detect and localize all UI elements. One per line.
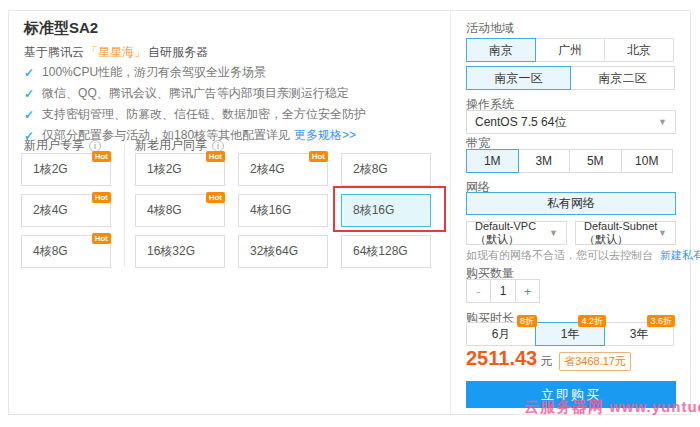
hot-badge: Hot (92, 192, 111, 203)
spec-cell-4核16G[interactable]: 4核16G (238, 194, 328, 227)
region-label: 活动地域 (466, 20, 514, 37)
info-icon[interactable]: i (212, 140, 224, 152)
new-user-grid: 1核2GHot2核4GHot4核8GHot (21, 153, 111, 268)
spec-cell-label: 2核4G (33, 202, 68, 219)
spec-cell-label: 4核8G (147, 202, 182, 219)
spec-cell-label: 64核128G (353, 243, 408, 260)
duration-label: 1年 (561, 326, 580, 343)
vpc-select[interactable]: Default-VPC（默认） ▼ (466, 221, 567, 245)
network-hint: 如现有的网络不合适，您可以去控制台 新建私有网络 或 新建子网 (466, 248, 700, 263)
bandwidth-label: 5M (587, 154, 604, 168)
chevron-down-icon: ▼ (658, 117, 667, 127)
price-unit: 元 (540, 353, 552, 370)
feature-item: ✓微信、QQ、腾讯会议、腾讯广告等内部项目亲测运行稳定 (24, 83, 366, 104)
check-icon: ✓ (24, 66, 34, 80)
feature-list: ✓100%CPU性能，游刃有余驾驭全业务场景✓微信、QQ、腾讯会议、腾讯广告等内… (24, 62, 366, 146)
spec-cell-2核4G[interactable]: 2核4GHot (21, 194, 111, 227)
os-value: CentOS 7.5 64位 (475, 114, 566, 131)
duration-label: 6月 (492, 326, 511, 343)
spec-cell-label: 2核8G (353, 161, 388, 178)
region-zone-row: 南京一区南京二区 (466, 66, 675, 90)
spec-cell-16核32G[interactable]: 16核32G (135, 235, 225, 268)
region-city-row: 南京广州北京 (466, 38, 674, 62)
info-icon[interactable]: i (89, 140, 101, 152)
region-city-label: 广州 (558, 42, 582, 59)
subnet-value: Default-Subnet（默认） (584, 220, 658, 247)
region-city-广州[interactable]: 广州 (535, 38, 605, 62)
spec-cell-64核128G[interactable]: 64核128G (341, 235, 431, 268)
price-bar: 2511.43 元 省3468.17元 (466, 347, 631, 371)
feature-item: ✓支持密钥管理、防篡改、信任链、数据加密，全方位安全防护 (24, 104, 366, 125)
region-city-南京[interactable]: 南京 (466, 38, 536, 62)
page-title: 标准型SA2 (24, 19, 98, 38)
os-select[interactable]: CentOS 7.5 64位 ▼ (466, 110, 676, 134)
spec-cell-1核2G[interactable]: 1核2GHot (21, 153, 111, 186)
quantity-value: 1 (490, 279, 516, 303)
brand-highlight: 「星星海」 (86, 45, 146, 59)
discount-badge: 8折 (517, 315, 537, 327)
spec-cell-4核8G[interactable]: 4核8GHot (21, 235, 111, 268)
bandwidth-5M[interactable]: 5M (569, 149, 622, 173)
price-amount: 2511.43 (466, 347, 537, 370)
spec-cell-2核4G[interactable]: 2核4GHot (238, 153, 328, 186)
check-icon: ✓ (24, 87, 34, 101)
subnet-select[interactable]: Default-Subnet（默认） ▼ (575, 221, 676, 245)
subtitle-suffix: 自研服务器 (148, 45, 208, 59)
vpc-value: Default-VPC（默认） (475, 220, 549, 247)
spec-cell-label: 4核8G (33, 243, 68, 260)
check-icon: ✓ (24, 108, 34, 122)
bandwidth-10M[interactable]: 10M (621, 149, 674, 173)
bandwidth-3M[interactable]: 3M (518, 149, 571, 173)
bandwidth-label: 1M (484, 154, 501, 168)
spec-cell-label: 32核64G (250, 243, 298, 260)
spec-cell-4核8G[interactable]: 4核8GHot (135, 194, 225, 227)
more-specs-link[interactable]: 更多规格>> (294, 127, 356, 144)
hot-badge: Hot (92, 151, 111, 162)
spec-cell-label: 1核2G (33, 161, 68, 178)
spec-cell-label: 4核16G (250, 202, 291, 219)
duration-row: 6月8折1年4.2折3年3.6折 (466, 322, 674, 346)
create-vpc-link[interactable]: 新建私有网络 (660, 249, 700, 261)
region-zone-南京一区[interactable]: 南京一区 (466, 66, 571, 90)
region-zone-南京二区[interactable]: 南京二区 (570, 66, 675, 90)
quantity-minus-button[interactable]: - (466, 279, 491, 303)
region-zone-label: 南京二区 (599, 70, 647, 87)
bandwidth-label: 10M (635, 154, 658, 168)
spec-cell-32核64G[interactable]: 32核64G (238, 235, 328, 268)
quantity-plus-button[interactable]: + (515, 279, 540, 303)
subtitle-prefix: 基于腾讯云 (24, 45, 84, 59)
hot-badge: Hot (206, 151, 225, 162)
duration-label: 3年 (630, 326, 649, 343)
spec-cell-label: 8核16G (353, 202, 394, 219)
quantity-stepper: - 1 + (466, 279, 540, 303)
bandwidth-1M[interactable]: 1M (466, 149, 519, 173)
hot-badge: Hot (309, 151, 328, 162)
new-user-header-label: 新用户专享 (24, 137, 84, 154)
shared-grid: 1核2GHot2核4GHot2核8G4核8GHot4核16G8核16G16核32… (135, 153, 431, 268)
feature-item: ✓100%CPU性能，游刃有余驾驭全业务场景 (24, 62, 366, 83)
product-subtitle: 基于腾讯云「星星海」自研服务器 (24, 44, 208, 61)
chevron-down-icon: ▼ (549, 228, 558, 238)
feature-text: 微信、QQ、腾讯会议、腾讯广告等内部项目亲测运行稳定 (42, 85, 349, 102)
spec-cell-1核2G[interactable]: 1核2GHot (135, 153, 225, 186)
spec-cell-label: 16核32G (147, 243, 195, 260)
shared-header-label: 新老用户同享 (135, 137, 207, 154)
watermark: 云服务器网 www.yuntue.com (524, 398, 700, 417)
region-city-label: 北京 (627, 42, 651, 59)
duration-6月[interactable]: 6月8折 (466, 322, 536, 346)
feature-text: 支持密钥管理、防篡改、信任链、数据加密，全方位安全防护 (42, 106, 366, 123)
discount-badge: 4.2折 (578, 315, 606, 327)
duration-3年[interactable]: 3年3.6折 (604, 322, 674, 346)
region-zone-label: 南京一区 (495, 70, 543, 87)
duration-1年[interactable]: 1年4.2折 (535, 322, 605, 346)
region-city-label: 南京 (489, 42, 513, 59)
chevron-down-icon: ▼ (658, 228, 667, 238)
spec-cell-label: 1核2G (147, 161, 182, 178)
spec-cell-8核16G[interactable]: 8核16G (341, 194, 431, 227)
network-mode-button[interactable]: 私有网络 (466, 192, 676, 215)
hot-badge: Hot (206, 192, 225, 203)
cvm-purchase-page: 标准型SA2 基于腾讯云「星星海」自研服务器 ✓100%CPU性能，游刃有余驾驭… (0, 0, 700, 427)
spec-cell-2核8G[interactable]: 2核8G (341, 153, 431, 186)
region-city-北京[interactable]: 北京 (604, 38, 674, 62)
discount-badge: 3.6折 (647, 315, 675, 327)
